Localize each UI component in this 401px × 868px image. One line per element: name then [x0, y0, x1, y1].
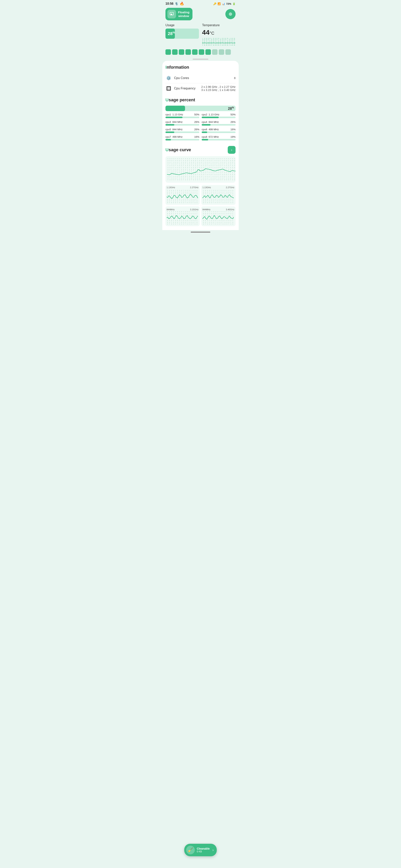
window-icon	[169, 12, 174, 17]
cpu-header-cpu1: cpu1 1.13 GHz 50%	[166, 113, 199, 116]
info-icon-0: ⚙️	[166, 75, 172, 81]
status-bar: 10:56 🎙️ 🔥 🔑 📶 📊 72% 🔋	[162, 0, 239, 7]
wifi-icon: 📶	[218, 2, 221, 5]
temperature-value: 44°C	[202, 29, 235, 36]
cpu-bar-fill-cpu8	[202, 139, 208, 141]
cpu-item-cpu1: cpu1 1.13 GHz 50%	[166, 113, 199, 120]
usage-percent-section: Usage percent 28% cpu1 1.13 GHz 50% cpu2…	[166, 97, 235, 142]
cpu-item-cpu4: cpu4 844 MHz 26%	[202, 121, 235, 127]
cpu-item-cpu8: cpu8 672 MHz 19%	[202, 135, 235, 142]
cpu-bar-bg-cpu1	[166, 117, 199, 118]
cpu-bar-bg-cpu4	[202, 124, 235, 126]
cpu-header-cpu4: cpu4 844 MHz 26%	[202, 121, 235, 123]
top-header: Floating window	[162, 7, 239, 22]
main-card: Information ⚙️ Cpu Cores 8 🔲 Cpu Frequen…	[162, 61, 239, 230]
usage-percent-title: Usage percent	[166, 97, 235, 102]
usage-main-bar: 28%	[166, 106, 235, 111]
mic-icon: 🎙️	[175, 2, 178, 6]
cpu-bar-fill-cpu5	[166, 131, 174, 133]
cpu-bar-bg-cpu8	[202, 139, 235, 141]
mini-chart-4: 844MHz 3.40GHz	[201, 207, 235, 226]
metrics-section: Usage 28% Temperature 44°C	[162, 22, 239, 57]
cpu-bar-bg-cpu6	[202, 131, 235, 133]
info-name-0: Cpu Cores	[174, 76, 234, 80]
segment-dot-4	[192, 49, 198, 55]
curve-title: Usage curve	[166, 147, 191, 152]
segment-dot-2	[179, 49, 184, 55]
scroll-bar	[193, 59, 208, 60]
mini-chart-3-canvas	[167, 211, 198, 224]
cpu-bar-fill-cpu2	[202, 117, 219, 118]
home-indicator	[162, 230, 239, 234]
key-icon: 🔑	[213, 2, 217, 5]
signal-icon: 📊	[222, 2, 225, 5]
cpu-bar-fill-cpu3	[166, 124, 174, 126]
mini-chart-1: 1.13GHz 2.27GHz	[166, 185, 200, 205]
status-left: 10:56 🎙️ 🔥	[166, 2, 184, 6]
mini-chart-4-top: 844MHz 3.40GHz	[202, 208, 234, 211]
info-icon-1: 🔲	[166, 85, 172, 92]
segment-dot-9	[225, 49, 231, 55]
record-icon	[228, 12, 233, 16]
battery-percent: 72%	[226, 2, 231, 5]
cpu-bar-bg-cpu2	[202, 117, 235, 118]
main-curve-chart-container	[166, 156, 235, 183]
mini-chart-1-labels: 1.13GHz 2.27GHz	[167, 186, 199, 189]
info-name-1: Cpu Frequency	[174, 87, 201, 90]
segment-dots	[166, 49, 235, 55]
floating-window-button[interactable]: Floating window	[166, 8, 193, 20]
cpu-item-cpu6: cpu6 499 MHz 16%	[202, 128, 235, 134]
cpu-header-cpu8: cpu8 672 MHz 19%	[202, 135, 235, 138]
scroll-handle	[162, 57, 239, 60]
cpu-header-cpu6: cpu6 499 MHz 16%	[202, 128, 235, 131]
cpu-item-cpu5: cpu5 844 MHz 26%	[166, 128, 199, 134]
flame-icon: 🔥	[180, 2, 184, 6]
info-value-1: 2 x 2.96 GHz , 2 x 2.27 GHz3 x 3.15 GHz …	[201, 85, 235, 92]
cpu-bar-bg-cpu7	[166, 139, 199, 141]
cpu-header-cpu5: cpu5 844 MHz 26%	[166, 128, 199, 131]
cpu-item-cpu2: cpu2 1.13 GHz 50%	[202, 113, 235, 120]
cpu-bar-fill-cpu4	[202, 124, 210, 126]
mini-chart-3-top: 844MHz 3.15GHz	[167, 208, 199, 211]
segment-dot-8	[219, 49, 224, 55]
svg-rect-1	[171, 14, 172, 15]
information-section: Information ⚙️ Cpu Cores 8 🔲 Cpu Frequen…	[166, 65, 235, 94]
mini-chart-4-canvas	[202, 211, 234, 224]
info-value-0: 8	[234, 76, 235, 80]
usage-curve-section: Usage curve › 1.13GHz 2.27GHz 1.13GHz	[166, 146, 235, 226]
cpu-bar-fill-cpu1	[166, 117, 182, 118]
usage-main-percent: 28%	[228, 106, 234, 111]
temperature-label: Temperature	[202, 24, 235, 27]
segment-dot-5	[199, 49, 204, 55]
cpu-bar-bg-cpu5	[166, 131, 199, 133]
temperature-metric: Temperature 44°C	[202, 24, 235, 47]
temperature-chart	[202, 38, 235, 46]
segment-dot-3	[185, 49, 191, 55]
mini-charts-row-2: 844MHz 3.15GHz 844MHz 3.40GHz	[166, 207, 235, 226]
segment-dot-7	[212, 49, 218, 55]
battery-icon: 🔋	[232, 2, 235, 5]
svg-point-3	[230, 13, 231, 15]
usage-bar-background: 28%	[166, 29, 199, 39]
usage-bar-fill: 28%	[166, 29, 175, 39]
record-button[interactable]	[225, 9, 235, 19]
mini-chart-1-canvas	[167, 189, 198, 203]
cpu-bar-fill-cpu7	[166, 139, 171, 141]
segment-dot-0	[166, 49, 171, 55]
cpu-item-cpu3: cpu3 844 MHz 26%	[166, 121, 199, 127]
info-row-0: ⚙️ Cpu Cores 8	[166, 73, 235, 83]
metrics-row: Usage 28% Temperature 44°C	[166, 24, 235, 47]
usage-metric: Usage 28%	[166, 24, 199, 47]
cpu-header-cpu3: cpu3 844 MHz 26%	[166, 121, 199, 123]
cpu-header-cpu2: cpu2 1.13 GHz 50%	[202, 113, 235, 116]
curve-nav-button[interactable]: ›	[228, 146, 235, 154]
floating-window-label: Floating window	[178, 10, 189, 18]
cpu-bar-bg-cpu3	[166, 124, 199, 126]
mini-chart-2: 1.13GHz 2.27GHz	[201, 185, 235, 205]
main-curve-canvas	[167, 158, 235, 181]
mini-chart-3: 844MHz 3.15GHz	[166, 207, 200, 226]
usage-percent-value: 28%	[168, 31, 175, 36]
home-bar	[191, 231, 210, 232]
mini-chart-2-canvas	[202, 189, 234, 203]
segment-dot-1	[172, 49, 178, 55]
